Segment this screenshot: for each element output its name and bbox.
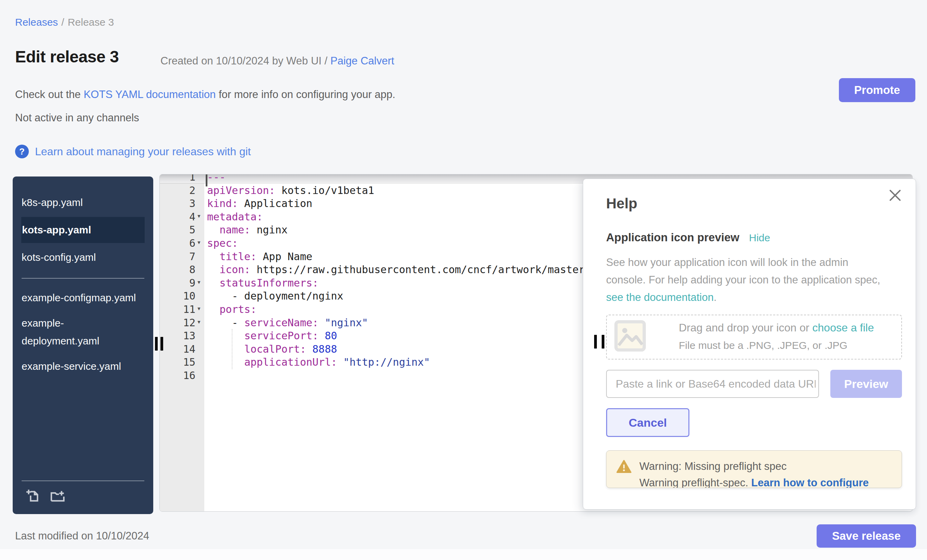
release-editor-page: Releases/Release 3 Edit release 3 Create… — [0, 0, 927, 560]
resize-handle-right-bar2[interactable] — [602, 335, 605, 349]
icon-url-input[interactable] — [606, 370, 819, 398]
learn-how-to-configure-link[interactable]: Learn how to configure — [751, 477, 869, 488]
hide-link[interactable]: Hide — [749, 232, 770, 243]
breadcrumb-current: Release 3 — [68, 17, 114, 28]
channel-status: Not active in any channels — [15, 112, 139, 124]
file-list: k8s-app.yamlkots-app.yamlkots-config.yam… — [13, 176, 153, 377]
file-tree-sidebar: k8s-app.yamlkots-app.yamlkots-config.yam… — [13, 176, 153, 514]
promote-button[interactable]: Promote — [839, 78, 915, 102]
icon-preview-section-header: Application icon previewHide — [606, 231, 770, 244]
doc-prefix: Check out the — [15, 88, 84, 100]
dropzone-text: Drag and drop your icon or choose a file — [679, 322, 874, 334]
fold-arrow-icon[interactable]: ▾ — [197, 236, 201, 249]
file-item-example-service.yaml[interactable]: example-service.yaml — [13, 355, 140, 377]
created-text: Created on 10/10/2024 by Web UI / — [160, 55, 330, 67]
preview-button[interactable]: Preview — [830, 370, 902, 398]
choose-file-link[interactable]: choose a file — [813, 322, 874, 334]
save-release-button[interactable]: Save release — [817, 524, 916, 548]
resize-handle-right-bar1[interactable] — [594, 335, 597, 349]
text-cursor — [206, 175, 207, 187]
help-panel: Help Application icon previewHide See ho… — [583, 179, 916, 510]
breadcrumb: Releases/Release 3 — [15, 17, 114, 28]
preflight-warning: Warning: Missing preflight spec Warning … — [606, 450, 902, 488]
resize-handle-left-bar2[interactable] — [160, 337, 163, 351]
breadcrumb-releases-link[interactable]: Releases — [15, 17, 58, 28]
warning-title: Warning: Missing preflight spec — [639, 460, 787, 473]
fold-arrow-icon[interactable]: ▾ — [197, 276, 201, 289]
created-by-link[interactable]: Paige Calvert — [330, 55, 394, 67]
git-help-row: ? Learn about managing your releases wit… — [15, 145, 251, 158]
sidebar-bottom — [13, 481, 153, 514]
warning-triangle-icon — [616, 459, 632, 476]
last-modified-text: Last modified on 10/10/2024 — [15, 530, 149, 542]
resize-handle-left-bar1[interactable] — [155, 337, 158, 351]
fold-arrow-icon[interactable]: ▾ — [197, 315, 201, 329]
breadcrumb-separator: / — [58, 17, 68, 28]
fold-arrow-icon[interactable]: ▾ — [197, 209, 201, 223]
doc-sentence: Check out the KOTS YAML documentation fo… — [15, 88, 395, 101]
warning-detail: Warning preflight-spec. Learn how to con… — [639, 477, 869, 488]
kots-yaml-doc-link[interactable]: KOTS YAML documentation — [84, 88, 216, 100]
file-list-divider — [21, 278, 144, 279]
add-folder-icon[interactable] — [50, 488, 65, 505]
image-placeholder-icon — [614, 320, 646, 354]
footer-band — [0, 549, 927, 560]
created-line: Created on 10/10/2024 by Web UI / Paige … — [160, 55, 394, 67]
help-panel-title: Help — [606, 195, 637, 212]
sidebar-bottom-divider — [21, 481, 144, 481]
para-line2: console. For help adding your icon to th… — [606, 274, 880, 286]
help-paragraph: See how your application icon will look … — [606, 253, 908, 306]
warning-detail-text: Warning preflight-spec. — [639, 477, 751, 488]
para-line1: See how your application icon will look … — [606, 256, 848, 269]
icon-dropzone[interactable]: Drag and drop your icon or choose a file… — [606, 315, 902, 360]
add-file-icon[interactable] — [25, 488, 41, 505]
para-period: . — [714, 291, 717, 303]
cancel-button[interactable]: Cancel — [606, 408, 690, 437]
close-icon[interactable] — [887, 188, 903, 203]
git-releases-link[interactable]: Learn about managing your releases with … — [35, 145, 251, 158]
see-documentation-link[interactable]: see the documentation — [606, 291, 714, 303]
file-item-kots-config.yaml[interactable]: kots-config.yaml — [13, 246, 140, 269]
file-item-example-deployment.yaml[interactable]: example-deployment.yaml — [13, 312, 140, 352]
file-item-kots-app.yaml[interactable]: kots-app.yaml — [21, 217, 145, 243]
file-item-k8s-app.yaml[interactable]: k8s-app.yaml — [13, 191, 140, 214]
fold-arrow-icon[interactable]: ▾ — [197, 302, 201, 315]
page-title: Edit release 3 — [15, 47, 119, 66]
question-mark-icon: ? — [15, 145, 29, 158]
file-item-example-configmap.yaml[interactable]: example-configmap.yaml — [13, 287, 140, 309]
section-title: Application icon preview — [606, 231, 740, 244]
dropzone-filetypes: File must be a .PNG, .JPEG, or .JPG — [679, 340, 874, 351]
doc-suffix: for more info on configuring your app. — [216, 88, 395, 100]
dropzone-text-prefix: Drag and drop your icon or — [679, 322, 813, 334]
